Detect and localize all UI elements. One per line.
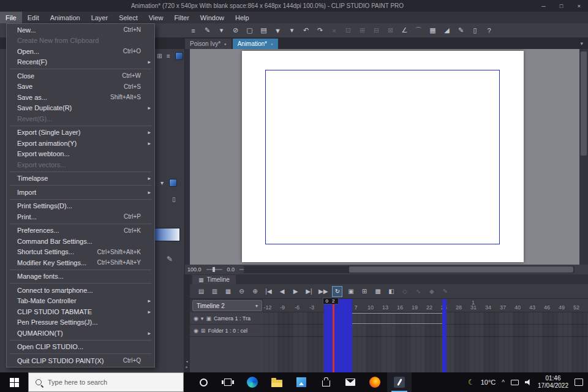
file-menu-item-print-settings-d[interactable]: Print Settings(D)... xyxy=(7,201,154,212)
snap-to-special-ruler-icon[interactable]: ⌒ xyxy=(413,25,424,36)
file-menu-item-command-bar-settings[interactable]: Command Bar Settings... xyxy=(7,236,154,247)
file-menu-item-preferences[interactable]: Preferences...Ctrl+K xyxy=(7,225,154,236)
taskbar-app-photos[interactable] xyxy=(289,372,314,392)
file-menu-item-save[interactable]: SaveCtrl+S xyxy=(7,81,154,92)
track-settings-icon[interactable]: ▦ xyxy=(223,286,233,297)
visibility-eye-icon[interactable]: ◉ xyxy=(194,328,198,334)
transparent-color-icon[interactable]: ⊘ xyxy=(230,25,241,36)
file-menu-item-recent-f[interactable]: Recent(F)▸ xyxy=(7,57,154,68)
file-menu-item-export-webtoon[interactable]: Export webtoon... xyxy=(7,149,154,160)
file-menu-item-timelapse[interactable]: Timelapse▸ xyxy=(7,173,154,184)
menu-window[interactable]: Window xyxy=(195,12,230,23)
file-menu-item-close[interactable]: CloseCtrl+W xyxy=(7,70,154,81)
snap-to-grid-icon[interactable]: ▦ xyxy=(427,25,439,36)
taskbar-app-task-view[interactable] xyxy=(216,372,240,392)
playback-end-marker[interactable] xyxy=(442,299,447,372)
tool-dropdown-icon[interactable]: ▾ xyxy=(216,25,227,36)
file-menu-item-qumarion-t[interactable]: QUMARION(T)▸ xyxy=(7,328,154,339)
timeline-panel-tab[interactable]: ▦ Timeline xyxy=(192,275,236,284)
menu-select[interactable]: Select xyxy=(113,12,143,23)
taskbar-app-store[interactable] xyxy=(314,372,338,392)
menu-view[interactable]: View xyxy=(143,12,169,23)
file-menu-item-modifier-key-settings[interactable]: Modifier Key Settings...Ctrl+Shift+Alt+Y xyxy=(7,257,154,268)
zoom-slider[interactable] xyxy=(206,269,222,270)
play-icon[interactable]: ▶ xyxy=(290,286,301,297)
deselect-icon[interactable]: ⊡ xyxy=(342,25,354,36)
next-frame-icon[interactable]: ▶| xyxy=(304,286,314,297)
vertical-scrollbar[interactable] xyxy=(579,49,588,265)
vertical-scrollbar-thumb[interactable] xyxy=(581,51,587,156)
frame-ruler[interactable]: -12-9-6-31471013161922252831343740434649… xyxy=(263,299,588,312)
taskbar-search[interactable]: Type here to search xyxy=(28,372,184,392)
canvas-page[interactable] xyxy=(242,51,524,262)
new-file-icon[interactable]: ▢ xyxy=(244,25,255,36)
volume-icon[interactable] xyxy=(525,379,532,386)
graph-editor-icon[interactable]: ∿ xyxy=(413,286,423,297)
panel-menu-icon[interactable]: ≡ xyxy=(167,53,170,59)
file-menu-item-open-clip-studio[interactable]: Open CLIP STUDIO... xyxy=(7,342,154,353)
file-menu-item-quit-clip-studio-paint-x[interactable]: Quit CLIP STUDIO PAINT(X)Ctrl+Q xyxy=(7,355,154,366)
taskbar-app-mail[interactable] xyxy=(338,372,363,392)
onion-skin-icon[interactable]: ▩ xyxy=(372,286,383,297)
keyframe-area[interactable] xyxy=(263,312,588,372)
mixer-chevron-icon[interactable]: ▾ xyxy=(160,179,164,186)
undo-icon[interactable]: ↶ xyxy=(300,25,312,36)
timeline-selector[interactable]: Timeline 2 ▾ xyxy=(192,300,262,311)
selection-border-icon[interactable]: ⊠ xyxy=(385,25,396,36)
timeline-track-folder-1-0-cel[interactable]: ◉⊞Folder 1 : 0 : cel xyxy=(190,325,263,337)
collapse-left-icon[interactable]: ◂ xyxy=(186,359,187,363)
collapse-right-icon[interactable]: ▸ xyxy=(186,364,187,369)
file-menu-item-pen-pressure-settings-j[interactable]: Pen Pressure Settings(J)... xyxy=(7,317,154,328)
edit-keyframe-icon[interactable]: ✎ xyxy=(440,286,450,297)
taskbar-app-file-explorer[interactable] xyxy=(265,372,289,392)
menu-layer[interactable]: Layer xyxy=(86,12,114,23)
tablet-icon[interactable]: ▯ xyxy=(469,25,481,36)
taskbar-clock[interactable]: 01:46 17/04/2022 xyxy=(538,375,568,390)
file-menu-item-create-new-from-clipboard[interactable]: Create New from Clipboard xyxy=(7,36,154,47)
panel-divider[interactable] xyxy=(185,49,190,265)
file-menu-item-connect-to-smartphone[interactable]: Connect to smartphone... xyxy=(7,285,154,296)
visibility-eye-icon[interactable]: ◉ xyxy=(194,315,198,322)
enable-keyframes-icon[interactable]: ◇ xyxy=(399,286,410,297)
previous-frame-icon[interactable]: ◀ xyxy=(277,286,287,297)
horizontal-scrollbar[interactable] xyxy=(244,266,575,273)
gradient-swatch-selected[interactable] xyxy=(154,228,180,241)
document-tab-animation[interactable]: Animation*● xyxy=(233,39,278,49)
tab-overflow-icon[interactable]: ▾ xyxy=(580,40,583,47)
maximize-button[interactable]: □ xyxy=(552,0,570,12)
file-menu-item-revert-g[interactable]: Revert(G)... xyxy=(7,113,154,124)
show-hidden-icons-icon[interactable]: ^ xyxy=(502,379,505,386)
document-tab-poison-ivy[interactable]: Poison Ivy*● xyxy=(185,39,232,49)
file-menu-item-open[interactable]: Open...Ctrl+O xyxy=(7,46,154,57)
start-button[interactable] xyxy=(0,372,28,392)
new-animation-cel-icon[interactable]: ▣ xyxy=(345,286,356,297)
file-menu-item-save-duplicate-r[interactable]: Save Duplicate(R)▸ xyxy=(7,103,154,114)
zoom-out-icon[interactable]: ⊖ xyxy=(236,286,247,297)
timeline-list-icon[interactable]: ▤ xyxy=(196,286,206,297)
menu-edit[interactable]: Edit xyxy=(22,12,45,23)
add-track-icon[interactable]: ▥ xyxy=(209,286,220,297)
vanishing-point-icon[interactable]: ◢ xyxy=(441,25,453,36)
close-button[interactable]: × xyxy=(570,0,588,12)
go-to-end-icon[interactable]: ▶▶ xyxy=(317,286,329,297)
file-menu-item-export-animation-y[interactable]: Export animation(Y)▸ xyxy=(7,138,154,149)
canvas-area[interactable] xyxy=(190,49,579,265)
color-set-swatch[interactable] xyxy=(175,52,183,60)
save-file-icon[interactable]: ▼ xyxy=(272,25,284,36)
add-keyframe-icon[interactable]: ◆ xyxy=(426,286,437,297)
help-icon[interactable]: ? xyxy=(483,25,495,36)
file-menu-item-print[interactable]: Print...Ctrl+P xyxy=(7,211,154,222)
file-menu-item-new[interactable]: New...Ctrl+N xyxy=(7,24,154,36)
file-menu-item-manage-fonts[interactable]: Manage fonts... xyxy=(7,271,154,282)
minimize-button[interactable]: ─ xyxy=(535,0,552,12)
taskbar-app-firefox[interactable] xyxy=(363,372,387,392)
menu-file[interactable]: File xyxy=(0,12,22,23)
go-to-start-icon[interactable]: |◀ xyxy=(263,286,274,297)
menu-animation[interactable]: Animation xyxy=(45,12,86,23)
pen-pressure-icon[interactable]: ✎ xyxy=(455,25,467,36)
panel-splitter[interactable]: ◂ ▸ xyxy=(184,274,190,372)
file-menu-item-clip-studio-tabmate[interactable]: CLIP STUDIO TABMATE▸ xyxy=(7,306,154,317)
cel-output-icon[interactable]: ◧ xyxy=(386,286,396,297)
taskbar-app-edge[interactable] xyxy=(240,372,265,392)
action-center-icon[interactable] xyxy=(575,379,583,386)
